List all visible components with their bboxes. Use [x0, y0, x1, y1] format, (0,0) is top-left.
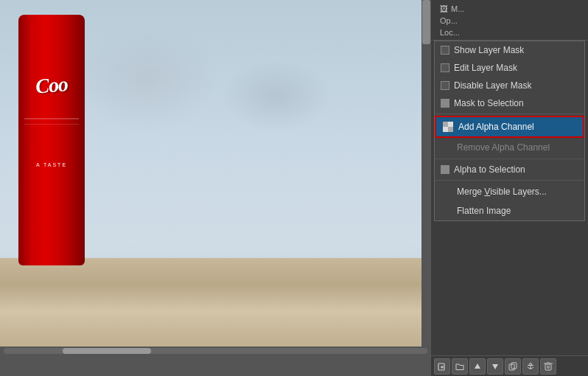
svg-rect-0: [443, 122, 448, 127]
menu-label-mask-to-selection: Mask to Selection: [454, 98, 524, 108]
menu-label-merge-visible-layers: Merge Visible Layers...: [457, 187, 547, 197]
panel-row-1: 🖼 M...: [435, 3, 584, 15]
menu-label-edit-layer-mask: Edit Layer Mask: [454, 63, 517, 73]
menu-label-remove-alpha-channel: Remove Alpha Channel: [457, 142, 550, 153]
new-layer-button[interactable]: [434, 358, 450, 375]
canvas-area: Coo A TASTE: [0, 0, 431, 376]
checkbox-show-layer-mask: [441, 46, 449, 55]
canvas-image: Coo A TASTE: [0, 0, 431, 347]
checkbox-alpha-to-selection: [441, 165, 449, 174]
checkbox-edit-layer-mask: [441, 63, 449, 72]
menu-item-flatten-image[interactable]: Flatten Image: [435, 201, 584, 220]
menu-item-add-alpha-channel[interactable]: Add Alpha Channel: [435, 116, 584, 138]
menu-item-alpha-to-selection[interactable]: Alpha to Selection: [435, 161, 584, 178]
lower-layer-button[interactable]: [487, 358, 503, 375]
svg-marker-7: [475, 363, 480, 369]
bottom-toolbar: [431, 355, 588, 376]
panel-row-3-text: Loc...: [440, 28, 460, 37]
svg-rect-1: [448, 122, 453, 127]
panel-row-3: Loc...: [435, 27, 584, 38]
checkbox-mask-to-selection: [441, 99, 449, 108]
menu-label-add-alpha-channel: Add Alpha Channel: [458, 122, 534, 132]
svg-rect-14: [545, 364, 551, 370]
context-menu: Show Layer Mask Edit Layer Mask Disable …: [434, 41, 585, 221]
menu-item-merge-visible-layers[interactable]: Merge Visible Layers...: [435, 182, 584, 201]
menu-label-flatten-image: Flatten Image: [457, 206, 511, 216]
menu-item-disable-layer-mask[interactable]: Disable Layer Mask: [435, 77, 584, 94]
svg-marker-8: [492, 364, 498, 369]
panel-row-1-text: M...: [451, 4, 464, 13]
v-scrollbar-thumb[interactable]: [422, 0, 430, 44]
right-panel: 🖼 M... Op... Loc... Show Layer Mask Edit…: [431, 0, 588, 376]
panel-row-2-text: Op...: [440, 16, 458, 25]
menu-item-edit-layer-mask[interactable]: Edit Layer Mask: [435, 59, 584, 77]
separator-3: [435, 180, 584, 181]
can-taste-text: A TASTE: [18, 162, 85, 167]
checkbox-disable-layer-mask: [441, 81, 449, 90]
remove-alpha-icon: [441, 142, 452, 153]
anchor-layer-button[interactable]: [522, 358, 539, 375]
duplicate-layer-button[interactable]: [505, 358, 521, 375]
vertical-scrollbar[interactable]: [421, 0, 431, 347]
panel-row-1-icon: 🖼: [440, 4, 448, 13]
raise-layer-button[interactable]: [469, 358, 486, 375]
svg-rect-2: [443, 127, 448, 132]
menu-item-remove-alpha-channel[interactable]: Remove Alpha Channel: [435, 138, 584, 157]
menu-label-show-layer-mask: Show Layer Mask: [454, 45, 524, 55]
separator-2: [435, 159, 584, 159]
horizontal-scrollbar-area[interactable]: [0, 347, 431, 355]
coca-cola-can: Coo A TASTE: [11, 0, 99, 280]
flatten-icon: [441, 205, 452, 217]
alpha-channel-icon: [442, 121, 454, 133]
panel-row-2: Op...: [435, 15, 584, 27]
scrollbar-track[interactable]: [4, 348, 427, 354]
menu-item-show-layer-mask[interactable]: Show Layer Mask: [435, 41, 584, 59]
delete-layer-button[interactable]: [540, 358, 556, 375]
merge-icon: [441, 186, 452, 198]
svg-rect-3: [448, 127, 453, 132]
menu-label-alpha-to-selection: Alpha to Selection: [454, 164, 525, 175]
open-button[interactable]: [452, 358, 468, 375]
separator-1: [435, 114, 584, 114]
menu-label-disable-layer-mask: Disable Layer Mask: [454, 80, 531, 91]
scrollbar-thumb[interactable]: [63, 348, 151, 354]
menu-item-mask-to-selection[interactable]: Mask to Selection: [435, 94, 584, 112]
